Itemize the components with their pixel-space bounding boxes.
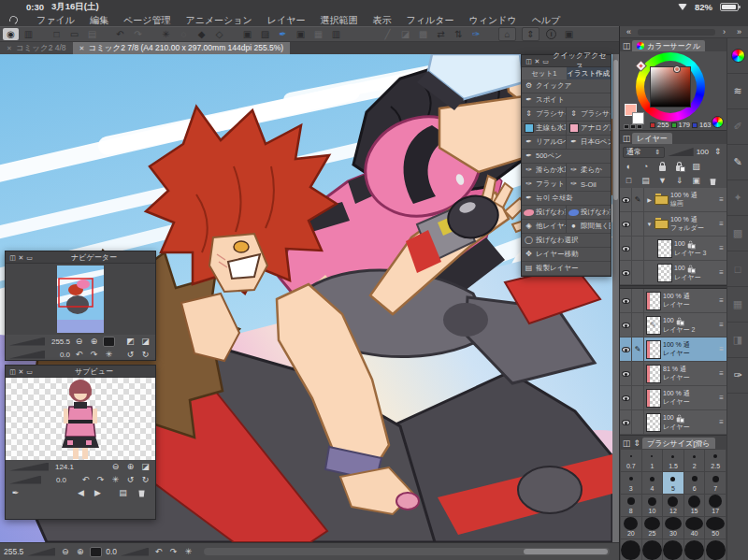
brush-size-cell[interactable]	[684, 539, 705, 560]
expand-icon[interactable]: ▶	[646, 196, 653, 203]
dock-next-icon[interactable]: ›	[718, 26, 730, 37]
window-menu-icon[interactable]: ◫	[525, 57, 533, 65]
trash-icon[interactable]	[707, 176, 719, 187]
brush-size-cell[interactable]: 1.5	[663, 450, 683, 471]
brush-size-cell[interactable]: 50	[705, 517, 726, 538]
panel-grip-icon[interactable]: ◫	[622, 438, 631, 449]
brush-size-cell[interactable]: 8	[621, 495, 641, 516]
lock-alpha-icon[interactable]	[673, 162, 685, 173]
clip-mask-icon[interactable]: ◔	[640, 162, 652, 173]
rotate-right-icon[interactable]: ↷	[88, 349, 100, 360]
quick-access-item[interactable]: ◈他レイヤーを	[522, 220, 566, 233]
tab-color-circle[interactable]: カラーサークル	[632, 40, 705, 51]
brush-size-cell[interactable]	[621, 539, 641, 560]
palette-tab-timeline[interactable]: ▦	[727, 287, 748, 323]
modifier-settings-button[interactable]: ✒	[275, 28, 291, 40]
brush-size-cell[interactable]: 2.5	[705, 450, 726, 471]
menu-item[interactable]: 編集	[82, 14, 116, 27]
lock-icon[interactable]	[656, 162, 669, 173]
layer-thumbnail[interactable]	[646, 316, 661, 335]
zoom-in-icon[interactable]: ⊕	[88, 336, 100, 347]
canvas-vertical-scrollbar[interactable]	[612, 54, 619, 542]
brush-size-cell[interactable]: 4	[642, 472, 663, 494]
screen-layout-button[interactable]: ▥	[21, 28, 36, 40]
subview-title-bar[interactable]: ◫✕▭ サブビュー	[6, 366, 155, 378]
layer-menu-icon[interactable]: ≡	[719, 321, 724, 329]
new-layer-icon[interactable]: □	[623, 176, 635, 187]
menu-item[interactable]: 選択範囲	[313, 14, 366, 27]
layer-target-column[interactable]	[632, 261, 644, 284]
layer-target-column[interactable]	[632, 313, 644, 337]
eyedropper-icon[interactable]: ✒	[9, 487, 22, 498]
layer-menu-icon[interactable]: ≡	[719, 268, 724, 277]
brush-size-cell[interactable]	[663, 539, 683, 560]
collapse-icon[interactable]: ▭	[25, 367, 34, 376]
undo-button[interactable]: ↶	[112, 28, 128, 40]
window-menu-icon[interactable]: ◫	[8, 253, 17, 262]
quick-access-item[interactable]: ◯投げなわ選択	[522, 234, 611, 247]
rotate-left-icon[interactable]: ↶	[152, 546, 165, 557]
brush-size-cell[interactable]: 5	[663, 472, 683, 494]
quick-access-item[interactable]: ✥レイヤー移動	[522, 248, 611, 261]
expand-icon[interactable]: ▼	[646, 222, 653, 227]
close-icon[interactable]: ✕	[533, 57, 541, 65]
navigator-fit-button[interactable]	[103, 337, 115, 347]
palette-tab-color-set[interactable]: ✎	[727, 145, 748, 180]
close-icon[interactable]: ✕	[17, 367, 25, 376]
brush-size-cell[interactable]: 10	[642, 495, 663, 516]
window-collapse-button[interactable]: ⌂	[499, 28, 515, 40]
layer-visibility-toggle[interactable]	[620, 410, 632, 434]
layer-row[interactable]: 100レイヤー≡	[620, 261, 726, 285]
document-tab[interactable]: ✕コミック2 4/8	[0, 42, 73, 54]
menu-item[interactable]: 表示	[366, 14, 399, 27]
layer-thumbnail[interactable]	[646, 340, 661, 359]
layer-target-column[interactable]	[632, 386, 644, 409]
quick-access-item[interactable]: ⇕ブラシサイズ	[566, 108, 611, 121]
palette-tab-auto-action[interactable]: ✦	[727, 180, 748, 216]
tab-layers[interactable]: レイヤー	[632, 133, 672, 144]
layer-menu-icon[interactable]: ≡	[719, 345, 724, 353]
prev-icon[interactable]: ◀	[75, 487, 87, 498]
palette-tab-material[interactable]: ▩	[727, 216, 748, 251]
fit-view-button[interactable]	[90, 547, 102, 557]
brush-size-cell[interactable]: 12	[663, 495, 683, 516]
selection-view-button[interactable]: ▩	[415, 28, 431, 40]
rotate-right-icon[interactable]: ↷	[94, 474, 107, 485]
color-mode-chips[interactable]	[624, 124, 642, 129]
clip-studio-logo-button[interactable]: ◉	[3, 28, 19, 40]
merge-down-icon[interactable]: ⇓	[673, 176, 685, 187]
zoom-out-icon[interactable]: ⊖	[73, 336, 85, 347]
layer-visibility-toggle[interactable]	[620, 386, 632, 409]
layer-row[interactable]: ▼100 % 通フォルダー≡	[620, 212, 726, 237]
pen-pressure-button[interactable]: ╱	[380, 28, 396, 40]
rotate-left-icon[interactable]: ↶	[73, 349, 85, 360]
menu-item[interactable]: ページ管理	[116, 14, 178, 27]
layer-visibility-toggle[interactable]	[620, 313, 632, 337]
quick-brush-button[interactable]: ✑	[468, 28, 484, 40]
layer-row[interactable]: ✎▶100 % 通線画≡	[620, 188, 726, 212]
close-icon[interactable]: ✕	[17, 253, 25, 262]
reset-rotation-icon[interactable]: ✳	[103, 349, 115, 360]
quick-access-item[interactable]: ✑柔らか	[566, 164, 611, 177]
quick-access-item[interactable]: ✒500ペン	[522, 150, 611, 163]
layer-visibility-toggle[interactable]	[620, 261, 632, 284]
flip-v-icon[interactable]: ◪	[139, 336, 151, 347]
reset-rotation-icon[interactable]: ✳	[182, 546, 194, 557]
quick-access-item[interactable]: ✒日本Gペン	[566, 136, 611, 149]
brush-size-cell[interactable]: 7	[705, 472, 726, 494]
layer-row[interactable]: 81 % 通レイヤー≡	[620, 362, 726, 386]
brush-size-cell[interactable]: 20	[621, 517, 641, 538]
navigator-title-bar[interactable]: ◫✕▭ ナビゲーター	[6, 251, 155, 264]
layer-menu-icon[interactable]: ≡	[719, 369, 724, 378]
opacity-stepper-icon[interactable]: ⇕	[712, 147, 724, 158]
quick-access-item[interactable]: ✑フラット	[522, 178, 566, 191]
new-canvas-button[interactable]: □	[49, 28, 65, 40]
brush-size-cell[interactable]: 6	[684, 472, 705, 494]
canvas-rotate-slider[interactable]	[121, 548, 149, 556]
delete-icon[interactable]	[136, 487, 148, 498]
layer-thumbnail[interactable]	[646, 389, 661, 408]
quick-access-item[interactable]: ✒スポイト	[522, 93, 611, 107]
palette-tab-canvas-frame[interactable]: □	[727, 251, 748, 287]
layer-thumbnail[interactable]	[657, 264, 672, 282]
rotate-ccw-icon[interactable]: ↺	[124, 474, 137, 485]
